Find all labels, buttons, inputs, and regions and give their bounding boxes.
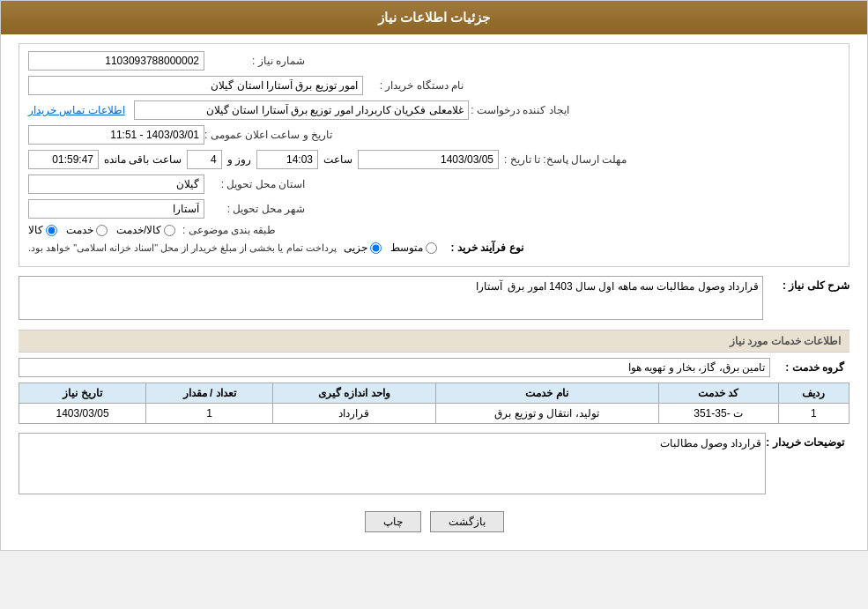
table-header-row: ردیف کد خدمت نام خدمت واحد اندازه گیری ت… — [19, 383, 849, 404]
back-button[interactable]: بازگشت — [430, 511, 504, 532]
buyer-desc-label: توضیحات خریدار : — [766, 433, 849, 449]
cell-name: تولید، انتقال و توزیع برق — [435, 404, 658, 424]
announce-datetime-row: تاریخ و ساعت اعلان عمومی : — [28, 125, 840, 145]
category-kala-option[interactable]: کالا — [28, 224, 57, 236]
cell-count: 1 — [146, 404, 273, 424]
col-header-row-num: ردیف — [778, 383, 849, 404]
province-input[interactable] — [28, 175, 204, 194]
purchase-type-radio-group: متوسط جزیی — [344, 241, 437, 254]
main-form-section: شماره نیاز : نام دستگاه خریدار : ایجاد ک… — [19, 43, 849, 267]
remaining-input[interactable] — [28, 150, 99, 169]
buyer-desc-textarea[interactable] — [19, 433, 766, 494]
page-header: جزئیات اطلاعات نیاز — [1, 1, 867, 34]
buyer-org-row: نام دستگاه خریدار : — [28, 76, 840, 95]
bottom-buttons: بازگشت چاپ — [19, 502, 849, 541]
city-label: شهر محل تحویل : — [204, 203, 310, 215]
purchase-motavasset-label: متوسط — [390, 241, 423, 254]
remaining-label: ساعت باقی مانده — [104, 153, 182, 166]
category-khadamat-label: خدمت — [66, 224, 93, 236]
service-group-row: گروه خدمت : — [19, 358, 849, 377]
col-header-unit: واحد اندازه گیری — [273, 383, 435, 404]
deadline-days-input[interactable] — [187, 150, 222, 169]
purchase-type-label: نوع فرآیند خرید : — [444, 241, 523, 254]
purchase-type-row: نوع فرآیند خرید : متوسط جزیی پرداخت تمام… — [28, 241, 840, 254]
need-desc-textarea[interactable] — [19, 276, 763, 320]
province-label: استان محل تحویل : — [204, 178, 310, 190]
purchase-jozi-label: جزیی — [344, 241, 367, 254]
deadline-time-label: ساعت — [323, 153, 352, 166]
buyer-org-label: نام دستگاه خریدار : — [363, 79, 469, 92]
creator-label: ایجاد کننده درخواست : — [469, 104, 575, 116]
announce-datetime-label: تاریخ و ساعت اعلان عمومی : — [204, 129, 338, 141]
need-desc-row: شرح کلی نیاز : — [19, 276, 849, 323]
services-table-section: ردیف کد خدمت نام خدمت واحد اندازه گیری ت… — [19, 382, 849, 424]
need-desc-content — [19, 276, 763, 323]
category-kala-radio[interactable] — [46, 225, 57, 236]
category-kala-khadamat-label: کالا/خدمت — [116, 224, 161, 236]
page-wrapper: جزئیات اطلاعات نیاز شماره نیاز : نام دست… — [0, 0, 868, 551]
deadline-row: مهلت ارسال پاسخ: تا تاریخ : ساعت روز و س… — [28, 150, 840, 169]
cell-row-num: 1 — [778, 404, 849, 424]
city-row: شهر محل تحویل : — [28, 199, 840, 219]
category-kala-khadamat-option[interactable]: کالا/خدمت — [116, 224, 175, 236]
deadline-date-input[interactable] — [358, 150, 499, 169]
category-row: طبقه بندی موضوعی : کالا/خدمت خدمت کالا — [28, 224, 840, 236]
buyer-org-input[interactable] — [28, 76, 363, 95]
cell-date: 1403/03/05 — [19, 404, 146, 424]
col-header-name: نام خدمت — [435, 383, 658, 404]
cell-unit: قرارداد — [273, 404, 435, 424]
deadline-time-input[interactable] — [256, 150, 318, 169]
purchase-motavasset-radio[interactable] — [426, 242, 437, 254]
buyer-desc-row: توضیحات خریدار : — [19, 433, 849, 497]
need-number-row: شماره نیاز : — [28, 51, 840, 71]
contact-link[interactable]: اطلاعات تماس خریدار — [28, 104, 125, 116]
col-header-count: تعداد / مقدار — [146, 383, 273, 404]
print-button[interactable]: چاپ — [365, 511, 421, 532]
service-group-input[interactable] — [19, 358, 770, 377]
purchase-motavasset-option[interactable]: متوسط — [390, 241, 437, 254]
services-table: ردیف کد خدمت نام خدمت واحد اندازه گیری ت… — [19, 382, 849, 424]
purchase-jozi-option[interactable]: جزیی — [344, 241, 382, 254]
table-row: 1 ت -35-351 تولید، انتقال و توزیع برق قر… — [19, 404, 849, 424]
city-input[interactable] — [28, 199, 204, 219]
category-radio-group: کالا/خدمت خدمت کالا — [28, 224, 175, 236]
creator-input[interactable] — [134, 100, 469, 120]
purchase-jozi-radio[interactable] — [370, 242, 382, 254]
announce-datetime-input[interactable] — [28, 125, 204, 145]
need-number-label: شماره نیاز : — [204, 55, 310, 67]
category-khadamat-radio[interactable] — [96, 225, 108, 236]
buyer-desc-content — [19, 433, 766, 497]
service-group-label: گروه خدمت : — [770, 361, 849, 374]
col-header-code: کد خدمت — [658, 383, 778, 404]
deadline-label: مهلت ارسال پاسخ: تا تاریخ : — [504, 153, 632, 166]
deadline-days-label: روز و — [227, 153, 251, 166]
category-label: طبقه بندی موضوعی : — [175, 224, 281, 236]
need-number-input[interactable] — [28, 51, 204, 71]
purchase-type-desc: پرداخت تمام یا بخشی از مبلغ خریدار از مح… — [28, 242, 337, 254]
main-content: شماره نیاز : نام دستگاه خریدار : ایجاد ک… — [1, 34, 867, 550]
creator-row: ایجاد کننده درخواست : اطلاعات تماس خریدا… — [28, 100, 840, 120]
category-kala-label: کالا — [28, 224, 43, 236]
category-khadamat-option[interactable]: خدمت — [66, 224, 108, 236]
province-row: استان محل تحویل : — [28, 175, 840, 194]
page-title: جزئیات اطلاعات نیاز — [378, 10, 490, 25]
category-kala-khadamat-radio[interactable] — [164, 225, 175, 236]
need-desc-label: شرح کلی نیاز : — [770, 276, 849, 292]
col-header-date: تاریخ نیاز — [19, 383, 146, 404]
cell-code: ت -35-351 — [658, 404, 778, 424]
services-title: اطلاعات خدمات مورد نیاز — [19, 330, 849, 353]
